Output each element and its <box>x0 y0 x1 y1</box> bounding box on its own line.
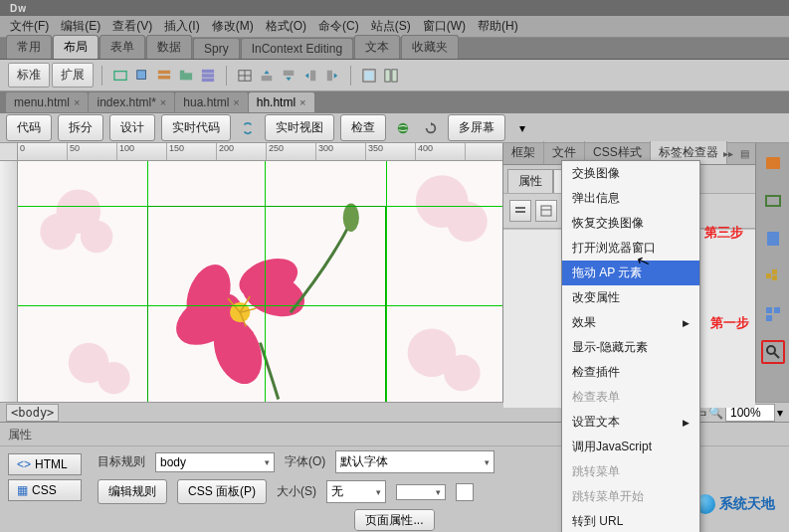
view-inspect-button[interactable]: 检查 <box>340 114 386 141</box>
insert-div-icon[interactable] <box>110 66 130 86</box>
close-icon[interactable]: × <box>160 96 166 108</box>
zoom-dropdown-icon[interactable]: ▾ <box>777 406 783 420</box>
ap-element-selection[interactable] <box>147 206 386 402</box>
dock-css-icon[interactable] <box>761 151 785 175</box>
sync-icon[interactable] <box>237 117 259 139</box>
options-icon[interactable]: ▾ <box>511 117 533 139</box>
edit-rule-button[interactable]: 编辑规则 <box>98 479 167 504</box>
cm-show-hide-elements[interactable]: 显示-隐藏元素 <box>562 335 699 360</box>
svg-rect-48 <box>766 273 771 278</box>
insert-accordion-icon[interactable] <box>198 66 218 86</box>
cm-go-to-url[interactable]: 转到 URL <box>562 509 699 532</box>
insert-col-right-icon[interactable] <box>322 66 342 86</box>
view-code-button[interactable]: 代码 <box>6 114 52 141</box>
behavior-detail-icon[interactable] <box>535 200 557 222</box>
page-properties-button[interactable]: 页面属性... <box>354 509 434 531</box>
document-tabs: menu.html× index.html*× hua.html× hh.htm… <box>0 91 789 113</box>
subtab-attributes[interactable]: 属性 <box>507 169 553 193</box>
svg-rect-42 <box>515 211 525 213</box>
color-swatch[interactable] <box>456 483 474 501</box>
font-select[interactable]: 默认字体▾ <box>335 450 494 473</box>
cm-set-text[interactable]: 设置文本▶ <box>562 410 699 435</box>
design-canvas[interactable] <box>18 161 502 402</box>
menu-help[interactable]: 帮助(H) <box>472 16 524 37</box>
cm-effects[interactable]: 效果▶ <box>562 310 699 335</box>
dock-assets-icon[interactable] <box>761 265 785 288</box>
cm-call-javascript[interactable]: 调用JavaScript <box>562 435 699 459</box>
tab-incontext[interactable]: InContext Editing <box>241 38 353 59</box>
tag-selector-body[interactable]: <body> <box>6 404 59 422</box>
file-tab-index[interactable]: index.html*× <box>89 92 174 112</box>
insert-toolbar: 标准 扩展 <box>0 60 789 91</box>
close-icon[interactable]: × <box>299 96 305 108</box>
file-tab-hua[interactable]: hua.html× <box>175 92 247 112</box>
cm-open-browser-window[interactable]: 打开浏览器窗口 <box>562 236 699 261</box>
dock-files-icon[interactable] <box>761 227 785 251</box>
close-icon[interactable]: × <box>233 96 239 108</box>
svg-point-22 <box>40 214 77 251</box>
menu-window[interactable]: 窗口(W) <box>417 16 472 37</box>
menu-edit[interactable]: 编辑(E) <box>55 16 106 37</box>
cm-swap-image-restore[interactable]: 恢复交换图像 <box>562 211 699 236</box>
insert-row-below-icon[interactable] <box>279 66 298 86</box>
view-liveview-button[interactable]: 实时视图 <box>265 114 334 141</box>
tab-forms[interactable]: 表单 <box>99 35 145 59</box>
tab-favorites[interactable]: 收藏夹 <box>401 35 459 59</box>
frames-icon[interactable] <box>381 66 401 86</box>
menu-view[interactable]: 查看(V) <box>106 16 158 37</box>
dock-ap-elements-icon[interactable] <box>761 189 785 213</box>
panel-collapse-icon[interactable]: ▸▸ <box>721 146 735 160</box>
close-icon[interactable]: × <box>74 96 80 108</box>
dock-tag-inspector-icon[interactable] <box>761 340 785 364</box>
panel-tab-frames[interactable]: 框架 <box>503 141 544 164</box>
target-rule-select[interactable]: body▾ <box>155 452 275 472</box>
cm-drag-ap-element[interactable]: 拖动 AP 元素 <box>562 261 699 285</box>
prop-css-mode[interactable]: ▦ CSS <box>8 479 82 501</box>
panel-menu-icon[interactable]: ▤ <box>737 146 751 160</box>
menu-insert[interactable]: 插入(I) <box>158 16 205 37</box>
cm-change-property[interactable]: 改变属性 <box>562 285 699 310</box>
multiscreen-button[interactable]: 多屏幕 <box>448 114 505 141</box>
insert-tab-icon[interactable] <box>176 66 196 86</box>
css-panel-button[interactable]: CSS 面板(P) <box>177 479 267 504</box>
prop-html-mode[interactable]: <> HTML <box>8 453 82 475</box>
layout-extend-button[interactable]: 扩展 <box>52 63 94 88</box>
file-tab-menu[interactable]: menu.html× <box>6 92 88 112</box>
tab-common[interactable]: 常用 <box>6 35 52 59</box>
tab-text[interactable]: 文本 <box>354 35 400 59</box>
menu-command[interactable]: 命令(C) <box>312 16 365 37</box>
menu-modify[interactable]: 修改(M) <box>206 16 260 37</box>
insert-row-above-icon[interactable] <box>257 66 277 86</box>
document-view-toolbar: 代码 拆分 设计 实时代码 实时视图 检查 多屏幕 ▾ <box>0 113 789 143</box>
tab-spry[interactable]: Spry <box>193 38 240 59</box>
menu-site[interactable]: 站点(S) <box>365 16 417 37</box>
insert-apdiv-icon[interactable] <box>132 66 152 86</box>
globe-icon[interactable] <box>392 117 414 139</box>
tab-data[interactable]: 数据 <box>146 35 192 59</box>
dock-snippets-icon[interactable] <box>761 302 785 326</box>
insert-col-left-icon[interactable] <box>300 66 320 86</box>
cm-popup-message[interactable]: 弹出信息 <box>562 186 699 211</box>
view-split-button[interactable]: 拆分 <box>58 114 103 141</box>
behavior-list-icon[interactable] <box>509 200 531 222</box>
insert-table-icon[interactable] <box>235 66 255 86</box>
view-design-button[interactable]: 设计 <box>109 114 155 141</box>
svg-point-23 <box>81 221 112 253</box>
tab-layout[interactable]: 布局 <box>53 35 99 59</box>
menu-file[interactable]: 文件(F) <box>4 16 55 37</box>
size-select[interactable]: 无▾ <box>326 480 386 503</box>
view-livecode-button[interactable]: 实时代码 <box>161 114 231 141</box>
layout-standard-button[interactable]: 标准 <box>8 63 50 88</box>
cm-check-plugin[interactable]: 检查插件 <box>562 360 699 385</box>
watermark-text: 系统天地 <box>719 495 775 513</box>
insert-spry-menu-icon[interactable] <box>154 66 174 86</box>
menu-format[interactable]: 格式(O) <box>260 16 312 37</box>
refresh-icon[interactable] <box>420 117 442 139</box>
iframe-icon[interactable] <box>359 66 379 86</box>
svg-rect-7 <box>202 74 214 78</box>
insert-category-tabs: 常用 布局 表单 数据 Spry InContext Editing 文本 收藏… <box>0 38 789 60</box>
svg-rect-13 <box>284 70 295 75</box>
file-tab-hh[interactable]: hh.html× <box>249 92 314 112</box>
cm-swap-image[interactable]: 交换图像 <box>562 161 699 186</box>
size-unit-select[interactable]: ▾ <box>396 484 446 500</box>
